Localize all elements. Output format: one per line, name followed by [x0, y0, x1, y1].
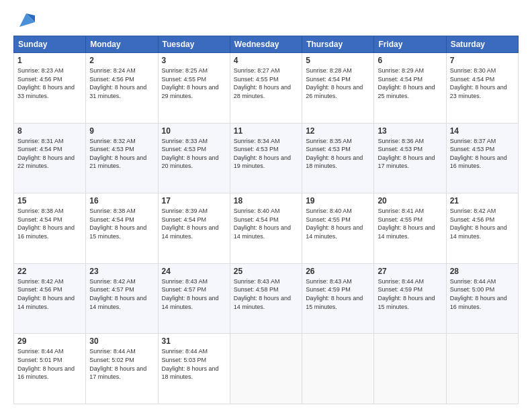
calendar-cell: 11 Sunrise: 8:34 AM Sunset: 4:53 PM Dayl… — [230, 123, 302, 193]
day-number: 27 — [378, 267, 442, 276]
calendar-cell: 23 Sunrise: 8:42 AM Sunset: 4:57 PM Dayl… — [86, 263, 158, 334]
day-number: 22 — [17, 267, 82, 276]
cell-content: Sunrise: 8:36 AM Sunset: 4:53 PM Dayligh… — [378, 137, 442, 171]
day-number: 15 — [17, 196, 82, 205]
calendar-cell: 12 Sunrise: 8:35 AM Sunset: 4:53 PM Dayl… — [302, 123, 374, 193]
cell-content: Sunrise: 8:27 AM Sunset: 4:55 PM Dayligh… — [234, 66, 298, 100]
cell-content: Sunrise: 8:38 AM Sunset: 4:54 PM Dayligh… — [17, 207, 82, 240]
cell-content: Sunrise: 8:44 AM Sunset: 5:01 PM Dayligh… — [17, 347, 82, 381]
col-wednesday: Wednesday — [230, 36, 302, 53]
day-number: 10 — [162, 126, 226, 136]
cell-content: Sunrise: 8:42 AM Sunset: 4:57 PM Dayligh… — [89, 277, 154, 311]
calendar-cell: 14 Sunrise: 8:37 AM Sunset: 4:53 PM Dayl… — [446, 123, 518, 193]
calendar-cell: 22 Sunrise: 8:42 AM Sunset: 4:56 PM Dayl… — [14, 263, 86, 334]
cell-content: Sunrise: 8:39 AM Sunset: 4:54 PM Dayligh… — [162, 207, 226, 240]
day-number: 19 — [306, 196, 370, 205]
day-number: 20 — [378, 196, 442, 205]
calendar-cell: 27 Sunrise: 8:44 AM Sunset: 4:59 PM Dayl… — [374, 263, 446, 334]
cell-content: Sunrise: 8:32 AM Sunset: 4:53 PM Dayligh… — [89, 137, 154, 171]
cell-content: Sunrise: 8:23 AM Sunset: 4:56 PM Dayligh… — [17, 66, 82, 100]
calendar-cell: 31 Sunrise: 8:44 AM Sunset: 5:03 PM Dayl… — [158, 334, 230, 404]
day-number: 4 — [234, 56, 298, 65]
day-number: 18 — [234, 196, 298, 205]
day-number: 5 — [306, 56, 370, 65]
day-number: 29 — [17, 336, 82, 346]
calendar-table: Sunday Monday Tuesday Wednesday Thursday… — [13, 36, 519, 404]
calendar-cell: 6 Sunrise: 8:29 AM Sunset: 4:54 PM Dayli… — [374, 53, 446, 124]
day-number: 2 — [89, 56, 154, 65]
day-number: 26 — [306, 267, 370, 276]
calendar-cell: 9 Sunrise: 8:32 AM Sunset: 4:53 PM Dayli… — [86, 123, 158, 193]
cell-content: Sunrise: 8:28 AM Sunset: 4:54 PM Dayligh… — [306, 66, 370, 100]
col-sunday: Sunday — [14, 36, 86, 53]
cell-content: Sunrise: 8:44 AM Sunset: 5:02 PM Dayligh… — [89, 347, 154, 381]
calendar-cell: 5 Sunrise: 8:28 AM Sunset: 4:54 PM Dayli… — [302, 53, 374, 124]
calendar-cell: 1 Sunrise: 8:23 AM Sunset: 4:56 PM Dayli… — [14, 53, 86, 124]
calendar-cell — [230, 334, 302, 404]
cell-content: Sunrise: 8:24 AM Sunset: 4:56 PM Dayligh… — [89, 66, 154, 100]
calendar-cell: 30 Sunrise: 8:44 AM Sunset: 5:02 PM Dayl… — [86, 334, 158, 404]
calendar-cell: 29 Sunrise: 8:44 AM Sunset: 5:01 PM Dayl… — [14, 334, 86, 404]
cell-content: Sunrise: 8:43 AM Sunset: 4:57 PM Dayligh… — [162, 277, 226, 311]
day-number: 24 — [162, 267, 226, 276]
day-number: 23 — [89, 267, 154, 276]
day-number: 28 — [450, 267, 515, 276]
cell-content: Sunrise: 8:31 AM Sunset: 4:54 PM Dayligh… — [17, 137, 82, 171]
day-number: 30 — [89, 336, 154, 346]
calendar-cell: 15 Sunrise: 8:38 AM Sunset: 4:54 PM Dayl… — [14, 193, 86, 264]
calendar-cell — [302, 334, 374, 404]
calendar-cell: 4 Sunrise: 8:27 AM Sunset: 4:55 PM Dayli… — [230, 53, 302, 124]
cell-content: Sunrise: 8:43 AM Sunset: 4:58 PM Dayligh… — [234, 277, 298, 311]
col-saturday: Saturday — [446, 36, 518, 53]
logo-icon — [16, 10, 36, 30]
calendar-cell: 19 Sunrise: 8:40 AM Sunset: 4:55 PM Dayl… — [302, 193, 374, 264]
calendar-cell: 18 Sunrise: 8:40 AM Sunset: 4:54 PM Dayl… — [230, 193, 302, 264]
cell-content: Sunrise: 8:38 AM Sunset: 4:54 PM Dayligh… — [89, 207, 154, 240]
calendar-cell: 25 Sunrise: 8:43 AM Sunset: 4:58 PM Dayl… — [230, 263, 302, 334]
calendar-week-3: 15 Sunrise: 8:38 AM Sunset: 4:54 PM Dayl… — [14, 193, 519, 264]
day-number: 8 — [17, 126, 82, 136]
cell-content: Sunrise: 8:35 AM Sunset: 4:53 PM Dayligh… — [306, 137, 370, 171]
col-tuesday: Tuesday — [158, 36, 230, 53]
cell-content: Sunrise: 8:40 AM Sunset: 4:55 PM Dayligh… — [306, 207, 370, 240]
day-number: 14 — [450, 126, 515, 136]
day-number: 21 — [450, 196, 515, 205]
header-row: Sunday Monday Tuesday Wednesday Thursday… — [14, 36, 519, 53]
day-number: 13 — [378, 126, 442, 136]
day-number: 12 — [306, 126, 370, 136]
calendar-cell: 3 Sunrise: 8:25 AM Sunset: 4:55 PM Dayli… — [158, 53, 230, 124]
cell-content: Sunrise: 8:30 AM Sunset: 4:54 PM Dayligh… — [450, 66, 515, 100]
col-monday: Monday — [86, 36, 158, 53]
col-thursday: Thursday — [302, 36, 374, 53]
calendar-cell: 7 Sunrise: 8:30 AM Sunset: 4:54 PM Dayli… — [446, 53, 518, 124]
calendar-week-5: 29 Sunrise: 8:44 AM Sunset: 5:01 PM Dayl… — [14, 334, 519, 404]
col-friday: Friday — [374, 36, 446, 53]
calendar-cell: 13 Sunrise: 8:36 AM Sunset: 4:53 PM Dayl… — [374, 123, 446, 193]
cell-content: Sunrise: 8:40 AM Sunset: 4:54 PM Dayligh… — [234, 207, 298, 240]
calendar-cell: 2 Sunrise: 8:24 AM Sunset: 4:56 PM Dayli… — [86, 53, 158, 124]
day-number: 3 — [162, 56, 226, 65]
cell-content: Sunrise: 8:29 AM Sunset: 4:54 PM Dayligh… — [378, 66, 442, 100]
cell-content: Sunrise: 8:25 AM Sunset: 4:55 PM Dayligh… — [162, 66, 226, 100]
day-number: 9 — [89, 126, 154, 136]
day-number: 17 — [162, 196, 226, 205]
calendar-cell: 21 Sunrise: 8:42 AM Sunset: 4:56 PM Dayl… — [446, 193, 518, 264]
day-number: 6 — [378, 56, 442, 65]
calendar-cell: 20 Sunrise: 8:41 AM Sunset: 4:55 PM Dayl… — [374, 193, 446, 264]
day-number: 11 — [234, 126, 298, 136]
calendar-week-2: 8 Sunrise: 8:31 AM Sunset: 4:54 PM Dayli… — [14, 123, 519, 193]
cell-content: Sunrise: 8:44 AM Sunset: 5:00 PM Dayligh… — [450, 277, 515, 311]
page-header — [13, 10, 519, 30]
calendar-cell: 26 Sunrise: 8:43 AM Sunset: 4:59 PM Dayl… — [302, 263, 374, 334]
logo — [13, 10, 36, 30]
cell-content: Sunrise: 8:42 AM Sunset: 4:56 PM Dayligh… — [450, 207, 515, 240]
calendar-cell: 28 Sunrise: 8:44 AM Sunset: 5:00 PM Dayl… — [446, 263, 518, 334]
cell-content: Sunrise: 8:34 AM Sunset: 4:53 PM Dayligh… — [234, 137, 298, 171]
cell-content: Sunrise: 8:44 AM Sunset: 4:59 PM Dayligh… — [378, 277, 442, 311]
cell-content: Sunrise: 8:42 AM Sunset: 4:56 PM Dayligh… — [17, 277, 82, 311]
cell-content: Sunrise: 8:43 AM Sunset: 4:59 PM Dayligh… — [306, 277, 370, 311]
day-number: 25 — [234, 267, 298, 276]
cell-content: Sunrise: 8:33 AM Sunset: 4:53 PM Dayligh… — [162, 137, 226, 171]
day-number: 1 — [17, 56, 82, 65]
cell-content: Sunrise: 8:41 AM Sunset: 4:55 PM Dayligh… — [378, 207, 442, 240]
